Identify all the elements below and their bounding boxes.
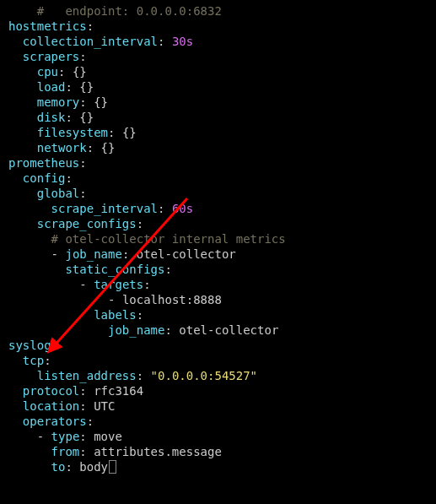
key-to: to <box>51 460 66 474</box>
key-collection-interval: collection_interval <box>23 35 158 48</box>
comment-scrape: # otel-collector internal metrics <box>51 232 286 246</box>
key-operators: operators <box>23 415 87 428</box>
val-scrape-interval: 60s <box>172 202 193 215</box>
val-memory: {} <box>94 95 108 109</box>
key-scrapers: scrapers <box>23 50 79 63</box>
val-disk: {} <box>79 111 94 124</box>
val-cpu: {} <box>73 65 87 79</box>
key-scrape-interval: scrape_interval <box>51 202 158 215</box>
key-prometheus: prometheus <box>8 156 79 170</box>
val-collection-interval: 30s <box>172 35 193 48</box>
key-filesystem: filesystem <box>37 126 108 139</box>
key-global: global <box>37 187 80 200</box>
val-listen-address: "0.0.0.0:54527" <box>151 369 257 382</box>
val-location: UTC <box>94 399 115 413</box>
val-network: {} <box>101 141 116 154</box>
comment-line: # endpoint: 0.0.0.0:6832 <box>37 4 222 18</box>
text-cursor <box>109 460 116 474</box>
key-listen-address: listen_address <box>37 369 137 382</box>
key-memory: memory <box>37 95 80 109</box>
key-static-configs: static_configs <box>65 263 164 276</box>
key-tcp: tcp <box>23 354 44 367</box>
val-load: {} <box>79 80 94 94</box>
key-config: config <box>23 171 66 185</box>
key-job-name: job_name <box>65 247 121 261</box>
key-hostmetrics: hostmetrics <box>8 19 87 33</box>
key-targets: targets <box>94 278 143 291</box>
val-labels-job-name: otel-collector <box>179 323 278 337</box>
key-load: load <box>37 80 66 94</box>
key-cpu: cpu <box>37 65 58 79</box>
val-job-name: otel-collector <box>137 247 236 261</box>
yaml-code-block: # endpoint: 0.0.0.0:6832 hostmetrics: co… <box>0 0 436 478</box>
key-scrape-configs: scrape_configs <box>37 217 137 230</box>
key-from: from <box>51 445 80 458</box>
val-filesystem: {} <box>122 126 137 139</box>
val-protocol: rfc3164 <box>94 384 143 398</box>
key-labels-job-name: job_name <box>108 323 164 337</box>
val-type: move <box>94 430 122 443</box>
key-protocol: protocol <box>23 384 79 398</box>
key-disk: disk <box>37 111 66 124</box>
key-syslog: syslog <box>8 339 51 352</box>
key-location: location <box>23 399 79 413</box>
key-type: type <box>51 430 80 443</box>
key-labels: labels <box>94 308 137 322</box>
key-network: network <box>37 141 87 154</box>
val-to: body <box>79 460 108 474</box>
val-from: attributes.message <box>94 445 222 458</box>
val-target: localhost:8888 <box>122 293 222 306</box>
